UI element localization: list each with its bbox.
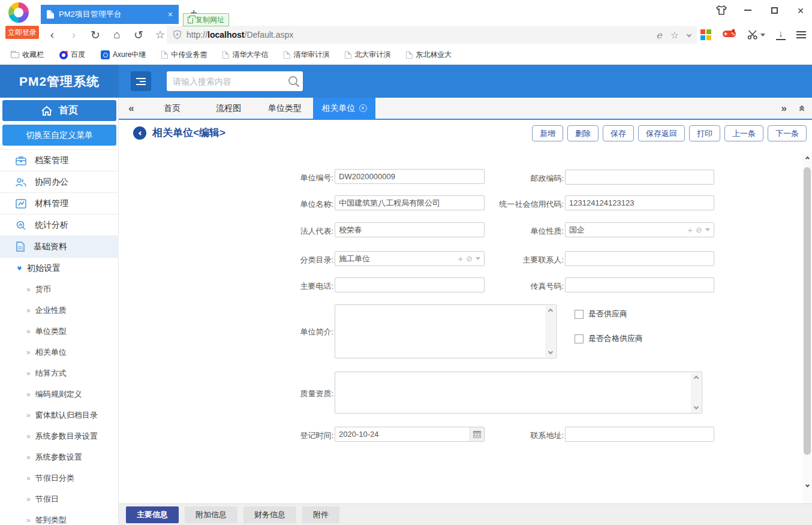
postal-code-input[interactable] [565,170,714,185]
textarea-scrollbar[interactable] [545,306,555,357]
tabs-scroll-right-icon[interactable]: » [781,102,787,114]
sidebar-subitem-sysparam-dir[interactable]: »系统参数目录设置 [0,426,119,446]
browser-menu-icon[interactable] [796,31,806,38]
bookmark-item[interactable]: 收藏栏 [11,50,44,60]
tab-close-icon[interactable]: × [163,10,173,19]
scroll-down-icon[interactable] [802,479,812,490]
sidebar-subitem-currency[interactable]: »货币 [0,279,119,300]
save-button[interactable]: 保存 [603,125,634,141]
contact-input[interactable] [565,251,714,266]
sidebar-subitem-unit-type[interactable]: »单位类型 [0,321,119,342]
fax-input[interactable] [565,277,714,292]
games-icon[interactable] [722,29,736,41]
back-button[interactable] [133,126,146,140]
content-scrollbar[interactable] [802,153,812,503]
url-text[interactable]: http://localhost/Default.aspx [187,30,656,40]
favorite-star-icon[interactable]: ☆ [154,28,167,41]
sidebar-subitem-related-units[interactable]: »相关单位 [0,342,119,363]
next-record-button[interactable]: 下一条 [768,125,807,141]
sidebar-item-archives[interactable]: 档案管理 [0,149,119,171]
download-icon[interactable]: ↓ [776,29,786,40]
tab-unit-type[interactable]: 单位类型 [257,98,313,119]
sidebar-subitem-sysparam-settings[interactable]: »系统参数设置 [0,446,119,467]
bookmark-item[interactable]: 百度 [59,50,85,60]
sidebar-item-collaboration[interactable]: 协同办公 [0,171,119,192]
scroll-up-icon[interactable] [802,153,812,164]
undo-icon[interactable]: ↺ [132,28,145,42]
bottom-tab-financial-info[interactable]: 财务信息 [243,506,296,523]
sidebar-subitem-default-archive-dir[interactable]: »窗体默认归档目录 [0,405,119,426]
sidebar-home-button[interactable]: 首页 [2,100,116,121]
forward-icon[interactable]: › [67,28,80,41]
bookmark-item[interactable]: 清华审计演 [284,50,329,60]
collapse-up-icon[interactable] [800,106,804,111]
ie-compat-icon[interactable]: e [656,29,661,41]
global-search[interactable] [167,71,303,91]
screenshot-scissors-icon[interactable] [747,29,765,40]
clear-option-icon[interactable]: ⊘ [466,254,473,263]
phone-input[interactable] [335,277,485,292]
minimize-button[interactable] [741,4,754,17]
dropdown-arrow-icon[interactable] [705,228,710,231]
sidebar-subitem-enterprise-nature[interactable]: »企业性质 [0,300,119,321]
clear-option-icon[interactable]: ⊘ [696,225,702,234]
bottom-tab-attachments[interactable]: 附件 [302,506,339,523]
address-input[interactable] [565,427,714,442]
sidebar-subitem-holiday-category[interactable]: »节假日分类 [0,467,119,488]
url-dropdown-icon[interactable] [687,32,691,37]
maximize-button[interactable] [768,4,781,17]
legal-rep-input[interactable] [335,222,485,237]
unit-name-input[interactable] [335,195,485,210]
browser-logo-icon[interactable] [8,2,29,23]
tab-home[interactable]: 首页 [144,98,200,119]
bookmark-item[interactable]: 东北林业大 [406,50,452,60]
tab-flowchart[interactable]: 流程图 [200,98,257,119]
tab-related-units[interactable]: 相关单位 × [313,98,375,119]
bottom-tab-main-info[interactable]: 主要信息 [126,506,179,523]
url-bar[interactable]: http://localhost/Default.aspx e ☆ [167,26,697,44]
print-button[interactable]: 打印 [689,125,720,141]
refresh-icon[interactable]: ↻ [89,28,102,42]
back-icon[interactable]: ‹ [46,28,59,41]
reg-date-input[interactable] [335,427,485,442]
previous-record-button[interactable]: 上一条 [724,125,763,141]
close-button[interactable]: × [794,4,807,17]
browser-tab[interactable]: PM2项目管理平台 × [41,5,179,24]
sidebar-subitem-holiday[interactable]: »节假日 [0,488,119,509]
reg-date-field[interactable] [335,427,485,442]
textarea-scrollbar[interactable] [691,373,701,412]
add-option-icon[interactable]: + [687,225,693,235]
unit-nature-select[interactable]: 国企 + ⊘ [565,222,714,237]
sidebar-group-initial-settings[interactable]: 初始设置 [0,257,119,279]
add-option-icon[interactable]: + [458,254,463,264]
category-select[interactable]: 施工单位 + ⊘ [335,251,485,266]
bottom-tab-additional-info[interactable]: 附加信息 [185,506,237,523]
search-input[interactable] [167,77,287,86]
sidebar-item-materials[interactable]: 材料管理 [0,192,119,214]
login-badge[interactable]: 立即登录 [5,26,39,39]
scrollbar-thumb[interactable] [804,167,811,455]
sidebar-subitem-signin-type[interactable]: »签到类型 [0,509,119,525]
sidebar-subitem-coding-rules[interactable]: »编码规则定义 [0,384,119,405]
bookmark-item[interactable]: Axure中继 [101,50,146,60]
switch-custom-menu-button[interactable]: 切换至自定义菜单 [2,125,116,146]
add-button[interactable]: 新增 [532,125,563,141]
windows-grid-icon[interactable] [700,29,711,40]
bookmark-item[interactable]: 中传业务需 [161,50,207,60]
bookmark-item[interactable]: 清华大学信 [222,50,268,60]
save-return-button[interactable]: 保存返回 [638,125,685,141]
scissors-dropdown-icon[interactable] [760,34,765,37]
sidebar-item-basic-data[interactable]: 基础资料 [0,236,119,257]
unit-code-input[interactable] [335,169,485,184]
bookmark-star-icon[interactable]: ☆ [670,29,679,41]
search-icon[interactable] [287,75,300,88]
bookmark-item[interactable]: 北大审计演 [345,50,390,60]
sidebar-subitem-settlement-method[interactable]: »结算方式 [0,363,119,384]
theme-skin-icon[interactable] [715,4,728,17]
tabs-scroll-left-icon[interactable]: « [119,98,144,119]
delete-button[interactable]: 删除 [567,125,599,141]
sidebar-toggle-button[interactable] [131,71,151,91]
sidebar-item-statistics[interactable]: 统计分析 [0,214,119,236]
credit-code-input[interactable] [565,195,714,210]
intro-textarea[interactable] [335,304,557,358]
